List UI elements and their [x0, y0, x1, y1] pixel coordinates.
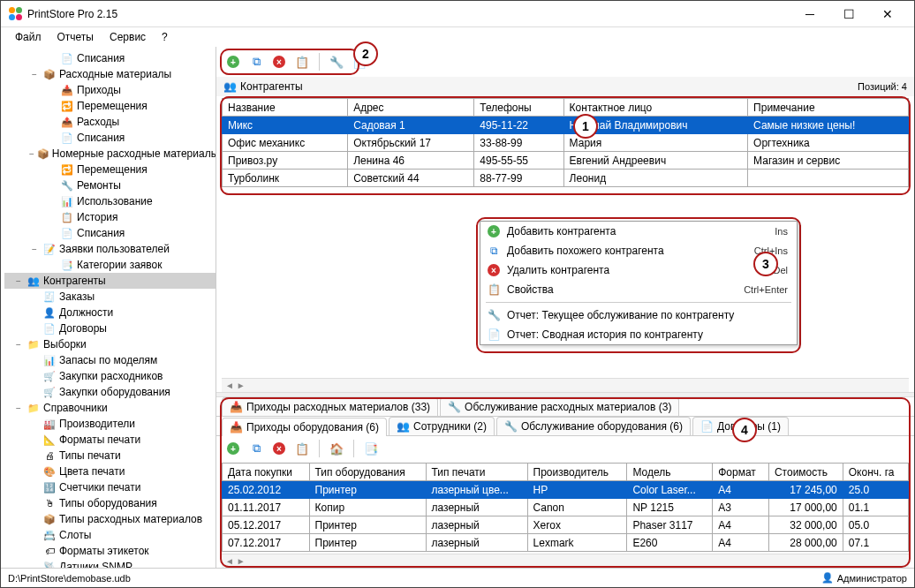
table-row[interactable]: МиксСадовая 1495-11-22Николай Владимиров…	[223, 117, 909, 134]
tree-item[interactable]: 🛒Закупки расходников	[4, 368, 216, 384]
contractors-icon: 👥	[223, 80, 237, 93]
col-header[interactable]: Модель	[627, 464, 713, 481]
detail-filter-button[interactable]: 📑	[361, 439, 381, 458]
col-header[interactable]: Контактное лицо	[563, 99, 747, 117]
minimize-button[interactable]: ─	[790, 2, 829, 26]
menu-service[interactable]: Сервис	[102, 29, 153, 45]
tree-item[interactable]: 🔢Счетчики печати	[4, 479, 216, 495]
close-button[interactable]: ✕	[868, 2, 907, 26]
callout-4: 4	[732, 418, 757, 442]
menubar: Файл Отчеты Сервис ?	[1, 27, 914, 47]
tree-item[interactable]: −📁Справочники	[4, 400, 216, 416]
app-logo-icon	[8, 7, 22, 21]
table-row[interactable]: Привоз.руЛенина 46495-55-55Евгений Андре…	[223, 152, 909, 170]
col-header[interactable]: Оконч. га	[843, 464, 908, 481]
tree-item[interactable]: −📦Номерные расходные материалы	[4, 146, 216, 162]
tab[interactable]: 🔧Обслуживание оборудования (6)	[496, 417, 691, 435]
table-row[interactable]: 25.02.2012Принтерлазерный цве...HPColor …	[223, 481, 909, 499]
col-header[interactable]: Стоимость	[768, 464, 843, 481]
col-header[interactable]: Тип оборудования	[309, 464, 426, 481]
table-row[interactable]: ТурболинкСоветский 4488-77-99Леонид	[223, 170, 909, 187]
tree-item[interactable]: 🛒Закупки оборудования	[4, 384, 216, 400]
tree-item[interactable]: 🔁Перемещения	[4, 98, 216, 114]
col-header[interactable]: Адрес	[348, 99, 474, 117]
tree-item[interactable]: −📝Заявки пользователей	[4, 241, 216, 257]
callout-1: 1	[573, 114, 598, 139]
hscroll-upper[interactable]: ◄ ►	[222, 378, 909, 392]
menu-item[interactable]: +Добавить контрагентаIns	[480, 222, 797, 241]
col-header[interactable]: Формат	[713, 464, 769, 481]
menu-item[interactable]: 📄Отчет: Сводная история по контрагенту	[480, 325, 797, 344]
tree-item[interactable]: 🔁Перемещения	[4, 162, 216, 177]
context-menu[interactable]: +Добавить контрагентаIns⧉Добавить похоже…	[480, 221, 798, 345]
tree-item[interactable]: 👤Должности	[4, 305, 216, 320]
detail-home-button[interactable]: 🏠	[327, 439, 346, 458]
detail-props-button[interactable]: 📋	[292, 439, 312, 458]
tree-item[interactable]: 📦Типы расходных материалов	[4, 511, 216, 527]
col-header[interactable]: Примечание	[748, 99, 909, 117]
hscroll-lower[interactable]: ◄ ►	[222, 554, 909, 568]
delete-button[interactable]: ×	[269, 52, 289, 72]
menu-file[interactable]: Файл	[8, 29, 49, 45]
menu-item[interactable]: 📋СвойстваCtrl+Enter	[480, 280, 797, 299]
col-header[interactable]: Телефоны	[474, 99, 563, 117]
tree-item[interactable]: −📁Выборки	[4, 336, 216, 352]
menu-help[interactable]: ?	[155, 29, 175, 45]
tree-item[interactable]: 📊Использование	[4, 193, 216, 209]
maximize-button[interactable]: ☐	[829, 2, 868, 26]
detail-toolbar: + ⧉ × 📋 🏠 📑	[216, 436, 914, 461]
tree-item[interactable]: 📤Расходы	[4, 114, 216, 130]
properties-button[interactable]: 📋	[292, 52, 312, 72]
table-row[interactable]: 07.12.2017ПринтерлазерныйLexmarkE260A428…	[223, 534, 909, 552]
tree-item[interactable]: 📑Категории заявок	[4, 257, 216, 273]
report-service-button[interactable]: 🔧	[327, 52, 346, 72]
titlebar: PrintStore Pro 2.15 ─ ☐ ✕	[1, 1, 914, 27]
tree-item[interactable]: 📇Слоты	[4, 527, 216, 543]
menu-item[interactable]: ⧉Добавить похожего контрагентаCtrl+Ins	[480, 241, 797, 260]
tab[interactable]: 🔧Обслуживание расходных материалов (3)	[440, 397, 679, 416]
tree-item[interactable]: 🎨Цвета печати	[4, 464, 216, 479]
callout-2: 2	[353, 41, 378, 66]
tree-item[interactable]: 📄Списания	[4, 50, 216, 66]
tree-item[interactable]: −👥Контрагенты	[4, 273, 216, 289]
tree-item[interactable]: 🧾Заказы	[4, 289, 216, 305]
tab[interactable]: 📥Приходы оборудования (6)	[222, 418, 387, 436]
nav-tree[interactable]: 📄Списания−📦Расходные материалы📥Приходы🔁П…	[1, 47, 216, 568]
tree-item[interactable]: 📥Приходы	[4, 82, 216, 98]
table-row[interactable]: 05.12.2017ПринтерлазерныйXeroxPhaser 311…	[223, 516, 909, 534]
detail-add-button[interactable]: +	[223, 439, 243, 458]
tree-item[interactable]: 🏷Форматы этикеток	[4, 543, 216, 559]
tree-item[interactable]: 📋История	[4, 209, 216, 225]
menu-item[interactable]: ×Удалить контрагентаDel	[480, 260, 797, 280]
tree-item[interactable]: 📡Датчики SNMP	[4, 559, 216, 568]
col-header[interactable]: Дата покупки	[223, 464, 310, 481]
table-row[interactable]: Офис механиксОктябрьский 1733-88-99Мария…	[223, 134, 909, 152]
pane-header: 👥 Контрагенты Позиций: 4	[216, 77, 914, 96]
tree-item[interactable]: 📄Договоры	[4, 320, 216, 336]
tree-item[interactable]: 🔧Ремонты	[4, 177, 216, 193]
tree-item[interactable]: 📐Форматы печати	[4, 432, 216, 448]
tree-item[interactable]: 📊Запасы по моделям	[4, 352, 216, 368]
add-button[interactable]: +	[223, 52, 243, 72]
detail-tabs-row1: 📥Приходы расходных материалов (33)🔧Обслу…	[216, 397, 914, 417]
tree-item[interactable]: 📄Списания	[4, 225, 216, 241]
tree-item[interactable]: −📦Расходные материалы	[4, 66, 216, 82]
db-path: D:\PrintStore\demobase.udb	[8, 573, 131, 584]
tree-item[interactable]: 🖨Типы печати	[4, 448, 216, 464]
detail-grid[interactable]: Дата покупкиТип оборудованияТип печатиПр…	[222, 463, 909, 552]
tree-item[interactable]: 🖱Типы оборудования	[4, 495, 216, 511]
contractors-grid[interactable]: НазваниеАдресТелефоныКонтактное лицоПрим…	[222, 98, 909, 187]
detail-delete-button[interactable]: ×	[269, 439, 289, 458]
tree-item[interactable]: 🏭Производители	[4, 416, 216, 432]
col-header[interactable]: Производитель	[527, 464, 627, 481]
tab[interactable]: 📥Приходы расходных материалов (33)	[222, 397, 438, 416]
menu-reports[interactable]: Отчеты	[50, 29, 101, 45]
table-row[interactable]: 01.11.2017КопирлазерныйCanonNP 1215A317 …	[223, 499, 909, 516]
tree-item[interactable]: 📄Списания	[4, 130, 216, 146]
menu-item[interactable]: 🔧Отчет: Текущее обслуживание по контраге…	[480, 305, 797, 325]
detail-copy-button[interactable]: ⧉	[246, 439, 266, 458]
tab[interactable]: 👥Сотрудники (2)	[389, 417, 495, 435]
copy-button[interactable]: ⧉	[246, 52, 266, 72]
col-header[interactable]: Название	[223, 99, 348, 117]
col-header[interactable]: Тип печати	[426, 464, 527, 481]
